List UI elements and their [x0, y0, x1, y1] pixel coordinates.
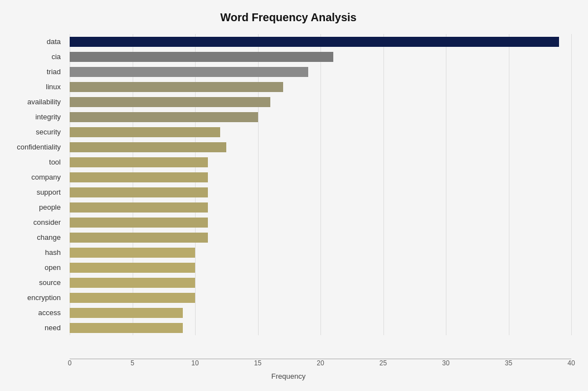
bar-row — [70, 96, 571, 108]
x-tick-label: 25 — [380, 359, 387, 367]
x-tick-label: 15 — [254, 359, 261, 367]
bar-row — [70, 126, 571, 138]
bar — [70, 263, 195, 273]
chart-wrapper: dataciatriadlinuxavailabilityintegrityse… — [6, 34, 571, 380]
x-tick-label: 30 — [442, 359, 449, 367]
y-label: availability — [6, 96, 65, 108]
bar — [70, 112, 258, 122]
bar-row — [70, 277, 571, 289]
bar — [70, 97, 270, 107]
grid-line — [571, 34, 572, 335]
y-label: triad — [6, 66, 65, 78]
y-label: cia — [6, 51, 65, 63]
chart-container: Word Frequency Analysis dataciatriadlinu… — [0, 0, 588, 391]
y-label: confidentiality — [6, 141, 65, 153]
bar — [70, 248, 195, 258]
bar-row — [70, 216, 571, 229]
y-label: encryption — [6, 292, 65, 304]
bar — [70, 157, 208, 167]
bar-row — [70, 156, 571, 168]
bars-area — [70, 34, 571, 335]
bar-row — [70, 111, 571, 123]
bar — [70, 52, 333, 62]
bar-row — [70, 81, 571, 93]
bar — [70, 278, 195, 288]
bar — [70, 233, 208, 243]
bar-row — [70, 36, 571, 48]
y-label: support — [6, 186, 65, 199]
bar — [70, 218, 208, 228]
y-label: security — [6, 126, 65, 138]
y-label: people — [6, 201, 65, 214]
bar-row — [70, 141, 571, 153]
x-tick-label: 20 — [317, 359, 324, 367]
y-label: need — [6, 322, 65, 334]
y-label: consider — [6, 216, 65, 229]
y-label: source — [6, 277, 65, 289]
y-axis-labels: dataciatriadlinuxavailabilityintegrityse… — [6, 34, 70, 335]
bar-row — [70, 292, 571, 304]
x-tick-label: 10 — [191, 359, 198, 367]
bar — [70, 142, 226, 152]
y-label: hash — [6, 247, 65, 259]
bar — [70, 37, 559, 47]
y-label: data — [6, 36, 65, 48]
bar-row — [70, 322, 571, 334]
y-label: integrity — [6, 111, 65, 123]
bar-row — [70, 51, 571, 63]
bar — [70, 172, 208, 182]
y-label: company — [6, 171, 65, 184]
bar — [70, 323, 183, 333]
bar-row — [70, 247, 571, 259]
x-tick-label: 35 — [505, 359, 512, 367]
x-ticks: 0510152025303540 — [70, 359, 571, 370]
bar-row — [70, 186, 571, 199]
bar — [70, 82, 283, 92]
x-tick-label: 40 — [567, 359, 575, 367]
bar — [70, 127, 220, 137]
y-label: change — [6, 231, 65, 244]
chart-title: Word Frequency Analysis — [6, 11, 571, 24]
x-tick-label: 5 — [130, 359, 134, 367]
y-label: access — [6, 307, 65, 319]
bar — [70, 293, 195, 303]
y-label: open — [6, 262, 65, 274]
bar — [70, 308, 183, 318]
bar-row — [70, 201, 571, 214]
bar-row — [70, 171, 571, 184]
bar — [70, 67, 308, 77]
x-axis-label: Frequency — [6, 372, 571, 380]
bar-row — [70, 66, 571, 78]
bar-row — [70, 307, 571, 319]
x-tick-label: 0 — [68, 359, 72, 367]
bar — [70, 202, 208, 213]
y-label: tool — [6, 156, 65, 168]
bar-row — [70, 262, 571, 274]
bar-row — [70, 231, 571, 244]
bar — [70, 187, 208, 197]
y-label: linux — [6, 81, 65, 93]
